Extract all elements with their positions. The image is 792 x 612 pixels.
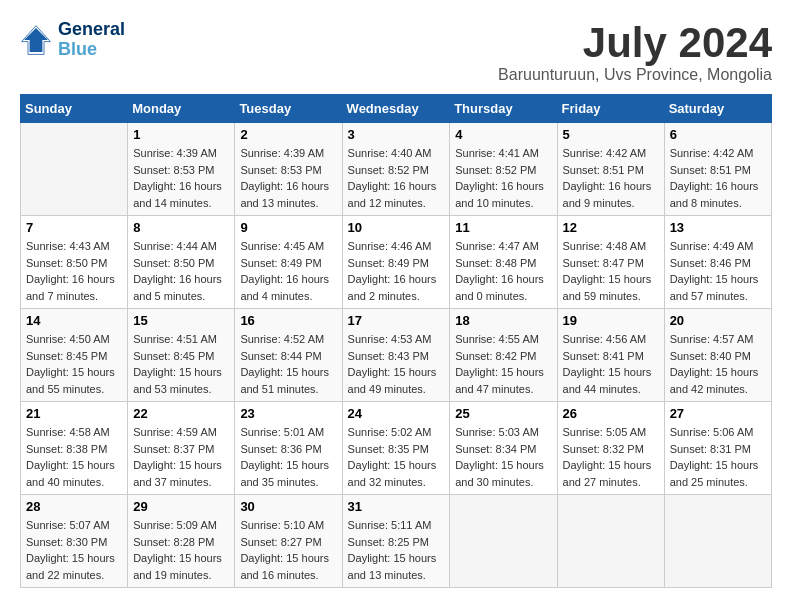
- day-number: 21: [26, 406, 122, 421]
- day-info: Sunrise: 4:39 AM Sunset: 8:53 PM Dayligh…: [240, 145, 336, 211]
- day-number: 14: [26, 313, 122, 328]
- calendar-cell: 2Sunrise: 4:39 AM Sunset: 8:53 PM Daylig…: [235, 123, 342, 216]
- calendar-cell: 17Sunrise: 4:53 AM Sunset: 8:43 PM Dayli…: [342, 309, 450, 402]
- day-info: Sunrise: 5:10 AM Sunset: 8:27 PM Dayligh…: [240, 517, 336, 583]
- day-number: 16: [240, 313, 336, 328]
- weekday-header: Sunday: [21, 95, 128, 123]
- calendar-cell: 30Sunrise: 5:10 AM Sunset: 8:27 PM Dayli…: [235, 495, 342, 588]
- calendar-header-row: SundayMondayTuesdayWednesdayThursdayFrid…: [21, 95, 772, 123]
- calendar-cell: 13Sunrise: 4:49 AM Sunset: 8:46 PM Dayli…: [664, 216, 771, 309]
- day-info: Sunrise: 4:47 AM Sunset: 8:48 PM Dayligh…: [455, 238, 551, 304]
- day-number: 2: [240, 127, 336, 142]
- day-info: Sunrise: 4:41 AM Sunset: 8:52 PM Dayligh…: [455, 145, 551, 211]
- location-title: Baruunturuun, Uvs Province, Mongolia: [498, 66, 772, 84]
- calendar-cell: 10Sunrise: 4:46 AM Sunset: 8:49 PM Dayli…: [342, 216, 450, 309]
- calendar-cell: 21Sunrise: 4:58 AM Sunset: 8:38 PM Dayli…: [21, 402, 128, 495]
- logo-line2: Blue: [58, 40, 125, 60]
- calendar-cell: [557, 495, 664, 588]
- day-info: Sunrise: 4:42 AM Sunset: 8:51 PM Dayligh…: [563, 145, 659, 211]
- calendar-cell: 3Sunrise: 4:40 AM Sunset: 8:52 PM Daylig…: [342, 123, 450, 216]
- title-area: July 2024 Baruunturuun, Uvs Province, Mo…: [498, 20, 772, 84]
- calendar-week-row: 7Sunrise: 4:43 AM Sunset: 8:50 PM Daylig…: [21, 216, 772, 309]
- calendar-cell: [450, 495, 557, 588]
- day-number: 5: [563, 127, 659, 142]
- day-number: 30: [240, 499, 336, 514]
- day-number: 26: [563, 406, 659, 421]
- day-number: 15: [133, 313, 229, 328]
- logo: General Blue: [20, 20, 125, 60]
- calendar-cell: 24Sunrise: 5:02 AM Sunset: 8:35 PM Dayli…: [342, 402, 450, 495]
- calendar-cell: 11Sunrise: 4:47 AM Sunset: 8:48 PM Dayli…: [450, 216, 557, 309]
- day-info: Sunrise: 4:52 AM Sunset: 8:44 PM Dayligh…: [240, 331, 336, 397]
- day-number: 23: [240, 406, 336, 421]
- day-number: 12: [563, 220, 659, 235]
- day-info: Sunrise: 4:57 AM Sunset: 8:40 PM Dayligh…: [670, 331, 766, 397]
- logo-icon: [20, 24, 52, 56]
- day-number: 7: [26, 220, 122, 235]
- calendar-week-row: 21Sunrise: 4:58 AM Sunset: 8:38 PM Dayli…: [21, 402, 772, 495]
- calendar-week-row: 14Sunrise: 4:50 AM Sunset: 8:45 PM Dayli…: [21, 309, 772, 402]
- day-info: Sunrise: 5:01 AM Sunset: 8:36 PM Dayligh…: [240, 424, 336, 490]
- day-info: Sunrise: 4:59 AM Sunset: 8:37 PM Dayligh…: [133, 424, 229, 490]
- day-number: 24: [348, 406, 445, 421]
- day-info: Sunrise: 5:11 AM Sunset: 8:25 PM Dayligh…: [348, 517, 445, 583]
- day-info: Sunrise: 4:49 AM Sunset: 8:46 PM Dayligh…: [670, 238, 766, 304]
- day-number: 6: [670, 127, 766, 142]
- day-info: Sunrise: 4:44 AM Sunset: 8:50 PM Dayligh…: [133, 238, 229, 304]
- calendar-cell: 8Sunrise: 4:44 AM Sunset: 8:50 PM Daylig…: [128, 216, 235, 309]
- day-number: 28: [26, 499, 122, 514]
- day-info: Sunrise: 5:09 AM Sunset: 8:28 PM Dayligh…: [133, 517, 229, 583]
- calendar-cell: 28Sunrise: 5:07 AM Sunset: 8:30 PM Dayli…: [21, 495, 128, 588]
- calendar-cell: 1Sunrise: 4:39 AM Sunset: 8:53 PM Daylig…: [128, 123, 235, 216]
- calendar-cell: 4Sunrise: 4:41 AM Sunset: 8:52 PM Daylig…: [450, 123, 557, 216]
- day-info: Sunrise: 4:48 AM Sunset: 8:47 PM Dayligh…: [563, 238, 659, 304]
- day-info: Sunrise: 5:05 AM Sunset: 8:32 PM Dayligh…: [563, 424, 659, 490]
- calendar-week-row: 1Sunrise: 4:39 AM Sunset: 8:53 PM Daylig…: [21, 123, 772, 216]
- weekday-header: Wednesday: [342, 95, 450, 123]
- calendar-week-row: 28Sunrise: 5:07 AM Sunset: 8:30 PM Dayli…: [21, 495, 772, 588]
- day-number: 29: [133, 499, 229, 514]
- logo-line1: General: [58, 20, 125, 40]
- day-number: 27: [670, 406, 766, 421]
- day-number: 31: [348, 499, 445, 514]
- day-number: 10: [348, 220, 445, 235]
- day-info: Sunrise: 4:55 AM Sunset: 8:42 PM Dayligh…: [455, 331, 551, 397]
- calendar-cell: 6Sunrise: 4:42 AM Sunset: 8:51 PM Daylig…: [664, 123, 771, 216]
- day-number: 17: [348, 313, 445, 328]
- day-info: Sunrise: 5:03 AM Sunset: 8:34 PM Dayligh…: [455, 424, 551, 490]
- weekday-header: Tuesday: [235, 95, 342, 123]
- day-info: Sunrise: 4:45 AM Sunset: 8:49 PM Dayligh…: [240, 238, 336, 304]
- month-title: July 2024: [498, 20, 772, 66]
- calendar-cell: 14Sunrise: 4:50 AM Sunset: 8:45 PM Dayli…: [21, 309, 128, 402]
- day-info: Sunrise: 4:40 AM Sunset: 8:52 PM Dayligh…: [348, 145, 445, 211]
- calendar-cell: 16Sunrise: 4:52 AM Sunset: 8:44 PM Dayli…: [235, 309, 342, 402]
- day-info: Sunrise: 4:42 AM Sunset: 8:51 PM Dayligh…: [670, 145, 766, 211]
- day-number: 8: [133, 220, 229, 235]
- day-number: 1: [133, 127, 229, 142]
- calendar-cell: 23Sunrise: 5:01 AM Sunset: 8:36 PM Dayli…: [235, 402, 342, 495]
- day-number: 11: [455, 220, 551, 235]
- day-info: Sunrise: 4:50 AM Sunset: 8:45 PM Dayligh…: [26, 331, 122, 397]
- day-number: 4: [455, 127, 551, 142]
- calendar-table: SundayMondayTuesdayWednesdayThursdayFrid…: [20, 94, 772, 588]
- day-info: Sunrise: 4:58 AM Sunset: 8:38 PM Dayligh…: [26, 424, 122, 490]
- calendar-cell: 31Sunrise: 5:11 AM Sunset: 8:25 PM Dayli…: [342, 495, 450, 588]
- calendar-cell: [21, 123, 128, 216]
- logo-text: General Blue: [58, 20, 125, 60]
- calendar-cell: 19Sunrise: 4:56 AM Sunset: 8:41 PM Dayli…: [557, 309, 664, 402]
- weekday-header: Thursday: [450, 95, 557, 123]
- weekday-header: Saturday: [664, 95, 771, 123]
- day-info: Sunrise: 5:02 AM Sunset: 8:35 PM Dayligh…: [348, 424, 445, 490]
- day-info: Sunrise: 4:46 AM Sunset: 8:49 PM Dayligh…: [348, 238, 445, 304]
- day-info: Sunrise: 5:07 AM Sunset: 8:30 PM Dayligh…: [26, 517, 122, 583]
- calendar-cell: 15Sunrise: 4:51 AM Sunset: 8:45 PM Dayli…: [128, 309, 235, 402]
- day-number: 20: [670, 313, 766, 328]
- day-number: 9: [240, 220, 336, 235]
- calendar-cell: 12Sunrise: 4:48 AM Sunset: 8:47 PM Dayli…: [557, 216, 664, 309]
- calendar-cell: 5Sunrise: 4:42 AM Sunset: 8:51 PM Daylig…: [557, 123, 664, 216]
- weekday-header: Monday: [128, 95, 235, 123]
- day-number: 3: [348, 127, 445, 142]
- day-info: Sunrise: 4:43 AM Sunset: 8:50 PM Dayligh…: [26, 238, 122, 304]
- day-number: 13: [670, 220, 766, 235]
- day-info: Sunrise: 4:51 AM Sunset: 8:45 PM Dayligh…: [133, 331, 229, 397]
